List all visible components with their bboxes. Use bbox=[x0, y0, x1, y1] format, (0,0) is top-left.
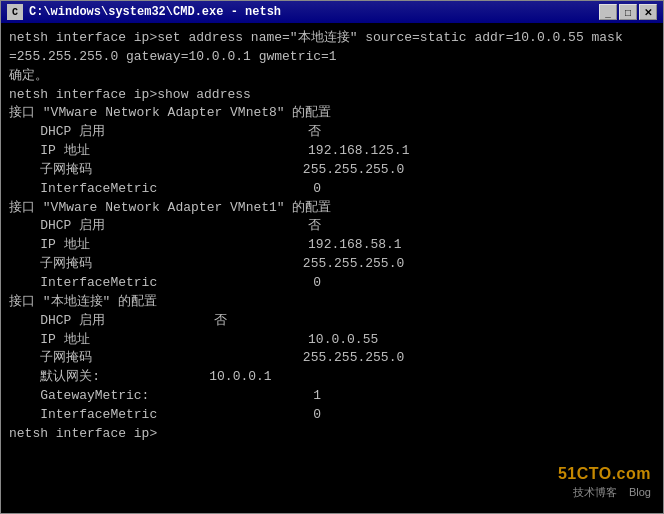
close-button[interactable]: ✕ bbox=[639, 4, 657, 20]
watermark-label: 技术博客 bbox=[573, 486, 617, 498]
cmd-window: C C:\windows\system32\CMD.exe - netsh _ … bbox=[0, 0, 664, 514]
console-line: 接口 "VMware Network Adapter VMnet1" 的配置 bbox=[9, 199, 655, 218]
console-line: IP 地址 192.168.125.1 bbox=[9, 142, 655, 161]
minimize-button[interactable]: _ bbox=[599, 4, 617, 20]
console-line: InterfaceMetric 0 bbox=[9, 406, 655, 425]
window-title: C:\windows\system32\CMD.exe - netsh bbox=[29, 5, 281, 19]
console-line: 子网掩码 255.255.255.0 bbox=[9, 349, 655, 368]
console-line: IP 地址 10.0.0.55 bbox=[9, 331, 655, 350]
console-line: IP 地址 192.168.58.1 bbox=[9, 236, 655, 255]
watermark-site: 51CTO.com bbox=[558, 462, 651, 485]
watermark-blog: Blog bbox=[629, 486, 651, 498]
console-line: 子网掩码 255.255.255.0 bbox=[9, 255, 655, 274]
title-bar: C C:\windows\system32\CMD.exe - netsh _ … bbox=[1, 1, 663, 23]
console-line: InterfaceMetric 0 bbox=[9, 274, 655, 293]
console-line: netsh interface ip> bbox=[9, 425, 655, 444]
console-line: 接口 "本地连接" 的配置 bbox=[9, 293, 655, 312]
console-line: DHCP 启用 否 bbox=[9, 217, 655, 236]
title-controls[interactable]: _ □ ✕ bbox=[599, 4, 657, 20]
watermark-sub: 技术博客 Blog bbox=[558, 485, 651, 501]
console-line: DHCP 启用 否 bbox=[9, 312, 655, 331]
console-line: InterfaceMetric 0 bbox=[9, 180, 655, 199]
title-bar-left: C C:\windows\system32\CMD.exe - netsh bbox=[7, 4, 281, 20]
console-line: DHCP 启用 否 bbox=[9, 123, 655, 142]
watermark: 51CTO.com 技术博客 Blog bbox=[558, 462, 651, 501]
console-line: =255.255.255.0 gateway=10.0.0.1 gwmetric… bbox=[9, 48, 655, 67]
console-line: netsh interface ip>show address bbox=[9, 86, 655, 105]
console-line: 默认网关: 10.0.0.1 bbox=[9, 368, 655, 387]
console-line: netsh interface ip>set address name="本地连… bbox=[9, 29, 655, 48]
maximize-button[interactable]: □ bbox=[619, 4, 637, 20]
console-line: GatewayMetric: 1 bbox=[9, 387, 655, 406]
console-line: 接口 "VMware Network Adapter VMnet8" 的配置 bbox=[9, 104, 655, 123]
window-icon: C bbox=[7, 4, 23, 20]
console-line: 确定。 bbox=[9, 67, 655, 86]
console-line: 子网掩码 255.255.255.0 bbox=[9, 161, 655, 180]
console-lines: netsh interface ip>set address name="本地连… bbox=[9, 29, 655, 444]
console-output: netsh interface ip>set address name="本地连… bbox=[1, 23, 663, 513]
